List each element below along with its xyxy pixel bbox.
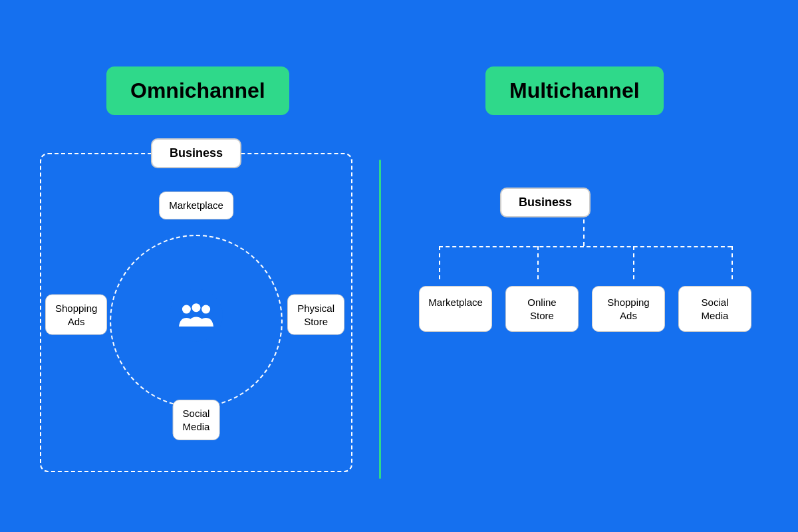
omnichannel-label: Omnichannel — [106, 66, 289, 115]
multi-social-box: SocialMedia — [678, 286, 751, 332]
svg-point-0 — [182, 305, 191, 314]
multi-business-box: Business — [500, 188, 591, 217]
multi-marketplace-box: Marketplace — [419, 286, 492, 332]
omni-center-icon — [170, 289, 223, 342]
omnichannel-diagram: Business Marketplace PhysicalStore Socia… — [40, 153, 352, 472]
section-divider — [379, 160, 381, 479]
omni-social-box: SocialMedia — [173, 400, 220, 440]
multi-channels-row: Marketplace OnlineStore ShoppingAds Soci… — [419, 286, 751, 332]
omni-business-box: Business — [151, 138, 241, 168]
multi-online-box: OnlineStore — [505, 286, 579, 332]
tree-vertical-top — [583, 219, 585, 246]
tree-horizontal — [439, 246, 732, 247]
svg-point-2 — [192, 303, 201, 312]
omni-shopping-box: ShoppingAds — [45, 295, 107, 335]
svg-point-1 — [201, 305, 210, 314]
tree-v3 — [633, 246, 634, 279]
multichannel-label: Multichannel — [485, 66, 664, 115]
tree-v1 — [439, 246, 440, 279]
tree-v4 — [732, 246, 733, 279]
tree-v2 — [537, 246, 539, 279]
multi-shopping-box: ShoppingAds — [592, 286, 665, 332]
omni-marketplace-box: Marketplace — [159, 192, 233, 219]
omni-physical-box: PhysicalStore — [287, 295, 344, 335]
